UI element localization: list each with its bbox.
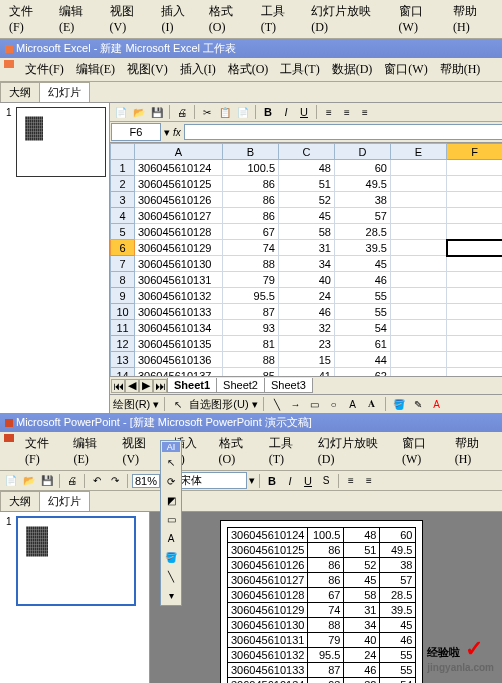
nav-next-icon[interactable]: ▶ xyxy=(139,379,153,393)
cell[interactable] xyxy=(447,192,503,208)
cell[interactable]: 306045610135 xyxy=(135,336,223,352)
cell[interactable]: 51 xyxy=(279,176,335,192)
cell[interactable]: 23 xyxy=(279,336,335,352)
cell[interactable]: 62 xyxy=(335,368,391,377)
cell[interactable] xyxy=(391,256,447,272)
cell[interactable]: 34 xyxy=(279,256,335,272)
italic-icon[interactable]: I xyxy=(282,473,298,489)
fx-label[interactable]: fx xyxy=(173,127,181,138)
ppt-tab-outline[interactable]: 大纲 xyxy=(0,491,40,511)
underline-icon[interactable]: U xyxy=(296,104,312,120)
cell[interactable]: 88 xyxy=(223,256,279,272)
cell[interactable] xyxy=(391,272,447,288)
pmenu-view[interactable]: 视图(V) xyxy=(117,434,165,468)
line-icon[interactable]: ╲ xyxy=(269,396,285,412)
align-left-icon[interactable]: ≡ xyxy=(321,104,337,120)
cell[interactable] xyxy=(391,192,447,208)
cell[interactable]: 24 xyxy=(279,288,335,304)
align-center-icon[interactable]: ≡ xyxy=(361,473,377,489)
cell[interactable]: 86 xyxy=(223,208,279,224)
autoshapes-menu[interactable]: 自选图形(U) xyxy=(189,397,248,412)
cell[interactable] xyxy=(447,320,503,336)
draw-menu[interactable]: 绘图(R) xyxy=(113,397,150,412)
cell[interactable]: 306045610136 xyxy=(135,352,223,368)
cell[interactable]: 95.5 xyxy=(223,288,279,304)
col-header-D[interactable]: D xyxy=(335,144,391,160)
shadow-icon[interactable]: S xyxy=(318,473,334,489)
cell[interactable]: 46 xyxy=(279,304,335,320)
cell[interactable] xyxy=(447,256,503,272)
cell[interactable]: 55 xyxy=(335,304,391,320)
menu-window[interactable]: 窗口(W) xyxy=(394,2,447,36)
cell[interactable] xyxy=(447,160,503,176)
align-left-icon[interactable]: ≡ xyxy=(343,473,359,489)
name-box[interactable]: F6 xyxy=(111,123,161,141)
pmenu-window[interactable]: 窗口(W) xyxy=(397,434,448,468)
menu-help[interactable]: 帮助(H) xyxy=(448,2,498,36)
cell[interactable] xyxy=(447,336,503,352)
cell[interactable] xyxy=(447,224,503,240)
xmenu-edit[interactable]: 编辑(E) xyxy=(71,60,120,79)
row-header[interactable]: 11 xyxy=(111,320,135,336)
row-header[interactable]: 14 xyxy=(111,368,135,377)
xmenu-insert[interactable]: 插入(I) xyxy=(175,60,221,79)
cell[interactable]: 45 xyxy=(279,208,335,224)
xmenu-tools[interactable]: 工具(T) xyxy=(275,60,324,79)
cell[interactable]: 38 xyxy=(335,192,391,208)
cell[interactable] xyxy=(447,304,503,320)
save-icon[interactable]: 💾 xyxy=(149,104,165,120)
pmenu-slideshow[interactable]: 幻灯片放映(D) xyxy=(313,434,395,468)
sheet-tab-1[interactable]: Sheet1 xyxy=(167,378,217,393)
cell[interactable]: 60 xyxy=(335,160,391,176)
xmenu-window[interactable]: 窗口(W) xyxy=(379,60,432,79)
line-color-icon[interactable]: ✎ xyxy=(410,396,426,412)
formula-input[interactable] xyxy=(184,124,502,140)
oval-icon[interactable]: ○ xyxy=(326,396,342,412)
cell[interactable]: 88 xyxy=(223,352,279,368)
underline-icon[interactable]: U xyxy=(300,473,316,489)
font-combo[interactable]: 宋体 xyxy=(177,472,247,489)
cell[interactable]: 54 xyxy=(335,320,391,336)
cell[interactable] xyxy=(391,288,447,304)
cell[interactable]: 44 xyxy=(335,352,391,368)
align-center-icon[interactable]: ≡ xyxy=(339,104,355,120)
cell[interactable] xyxy=(447,208,503,224)
row-header[interactable]: 9 xyxy=(111,288,135,304)
italic-icon[interactable]: I xyxy=(278,104,294,120)
cell[interactable]: 49.5 xyxy=(335,176,391,192)
row-header[interactable]: 12 xyxy=(111,336,135,352)
new-icon[interactable]: 📄 xyxy=(3,473,19,489)
cell[interactable] xyxy=(447,352,503,368)
cell[interactable]: 45 xyxy=(335,256,391,272)
nav-last-icon[interactable]: ⏭ xyxy=(153,379,167,393)
spreadsheet-grid[interactable]: ABCDEFGHI1306045610124100.54860230604561… xyxy=(110,143,502,376)
menu-insert[interactable]: 插入(I) xyxy=(156,2,201,36)
cell[interactable] xyxy=(447,240,503,256)
cell[interactable]: 306045610127 xyxy=(135,208,223,224)
bold-icon[interactable]: B xyxy=(260,104,276,120)
cell[interactable] xyxy=(391,368,447,377)
col-header-A[interactable]: A xyxy=(135,144,223,160)
cell[interactable] xyxy=(447,272,503,288)
cell[interactable]: 58 xyxy=(279,224,335,240)
row-header[interactable]: 8 xyxy=(111,272,135,288)
slide-thumbnail[interactable]: ▮▮▮▮▮▮▮▮▮▮▮▮▮▮▮▮▮▮▮▮▮▮▮▮▮▮▮▮▮▮▮▮▮▮▮▮▮▮▮▮… xyxy=(16,107,106,177)
rectangle-icon[interactable]: ▭ xyxy=(307,396,323,412)
cell[interactable] xyxy=(391,176,447,192)
align-right-icon[interactable]: ≡ xyxy=(357,104,373,120)
pmenu-tools[interactable]: 工具(T) xyxy=(264,434,311,468)
col-header-F[interactable]: F xyxy=(447,144,503,160)
sheet-tab-3[interactable]: Sheet3 xyxy=(264,378,313,393)
pmenu-help[interactable]: 帮助(H) xyxy=(450,434,498,468)
rotate-icon[interactable]: ⟳ xyxy=(162,472,180,490)
cell[interactable]: 100.5 xyxy=(223,160,279,176)
cell[interactable]: 39.5 xyxy=(335,240,391,256)
cell[interactable]: 46 xyxy=(335,272,391,288)
open-icon[interactable]: 📂 xyxy=(21,473,37,489)
cell[interactable]: 79 xyxy=(223,272,279,288)
col-header-B[interactable]: B xyxy=(223,144,279,160)
tab-outline[interactable]: 大纲 xyxy=(0,82,40,102)
cell[interactable]: 93 xyxy=(223,320,279,336)
menu-edit[interactable]: 编辑(E) xyxy=(54,2,103,36)
select-all-corner[interactable] xyxy=(111,144,135,160)
